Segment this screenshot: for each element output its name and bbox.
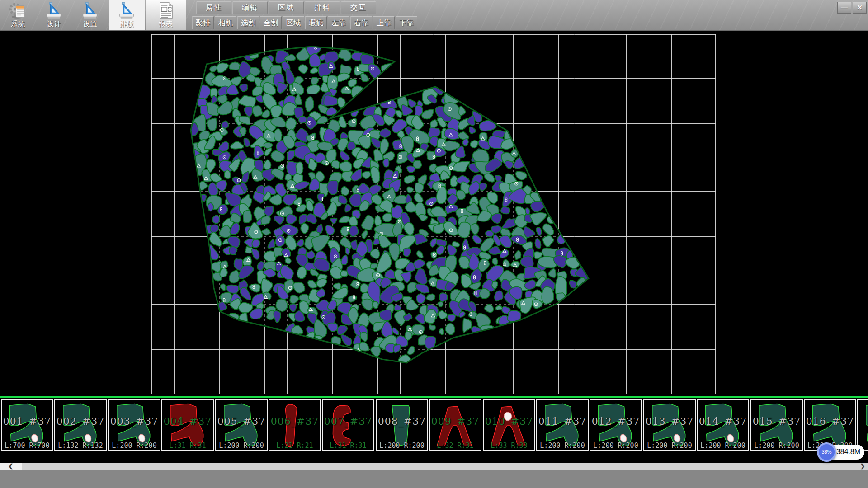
piece-thumbnail[interactable]: 003_#37L:200 R:200 [108, 399, 160, 451]
btn-defect[interactable]: 瑕疵 [305, 16, 327, 29]
system-icon [0, 1, 36, 20]
btn-camera[interactable]: 相机 [215, 16, 236, 29]
piece-thumbnail[interactable]: 004_#37L:31 R:31 [161, 399, 214, 451]
piece-id-label: 012_#37 [590, 416, 641, 427]
minimize-button[interactable]: — [837, 2, 851, 14]
piece-id-label: 009_#37 [430, 416, 481, 427]
piece-lr-count: L:31 R:31 [162, 441, 213, 450]
piece-id-label: 016_#37 [805, 416, 855, 427]
btn-align-bottom[interactable]: 下靠 [396, 16, 417, 29]
piece-lr-count: L:200 R:200 [537, 441, 588, 450]
piece-id-label: 006_#37 [269, 416, 320, 427]
piece-id-label: 008_#37 [377, 416, 427, 427]
piece-lr-count: L:33 R:33 [484, 441, 534, 450]
piece-thumbnail[interactable]: 013_#37L:200 R:200 [643, 399, 696, 451]
piece-thumbnail[interactable]: 011_#37L:200 R:200 [536, 399, 589, 451]
tab-system[interactable]: 系统 [0, 0, 36, 30]
menu-edit[interactable]: 编辑 [232, 1, 268, 14]
memory-usage-value: 384.8M [836, 448, 860, 456]
tab-report[interactable]: 报表 [146, 0, 186, 30]
btn-cluster-nest[interactable]: 聚排 [192, 16, 214, 29]
piece-thumbnail[interactable]: 001_#37L:700 R:700 [1, 399, 53, 451]
tab-settings-label: 设置 [73, 20, 108, 28]
btn-align-right[interactable]: 右靠 [350, 16, 372, 29]
piece-thumbnail[interactable]: 0L:2 [857, 399, 868, 451]
piece-id-label: 005_#37 [216, 416, 267, 427]
piece-lr-count: L:200 R:200 [698, 441, 748, 450]
piece-id-label: 007_#37 [323, 416, 373, 427]
piece-thumbnail[interactable]: 008_#37L:200 R:200 [376, 399, 428, 451]
btn-select-cut[interactable]: 选割 [237, 16, 259, 29]
piece-lr-count: L:200 R:200 [216, 441, 267, 450]
menu-region[interactable]: 区域 [269, 1, 304, 14]
report-icon [146, 1, 186, 20]
piece-lr-count: L:32 R:31 [430, 441, 481, 450]
tab-design[interactable]: 设计 [37, 0, 72, 30]
menu-interaction[interactable]: 交互 [341, 1, 376, 14]
tab-report-label: 报表 [146, 20, 186, 28]
piece-lr-count: L:200 R:200 [751, 441, 802, 450]
ruler-icon [37, 1, 72, 20]
scroll-left-arrow-icon[interactable]: ❮ [0, 463, 22, 470]
titlebar-toolbar: 系统设计设置排版报表 属性编辑区域排料交互 聚排相机选割全割区域瑕疵左靠右靠上靠… [0, 0, 868, 31]
piece-lr-count: L:31 R:31 [323, 441, 373, 450]
piece-id-label: 001_#37 [2, 416, 52, 427]
tab-layout[interactable]: 排版 [109, 0, 145, 30]
progress-percent-badge[interactable]: 38% [817, 442, 836, 462]
tab-system-label: 系统 [0, 20, 36, 28]
piece-lr-count: L:132 R:132 [55, 441, 106, 450]
horizontal-scrollbar[interactable]: ❮ ❯ [0, 463, 868, 470]
tab-design-label: 设计 [37, 20, 72, 28]
menu-properties[interactable]: 属性 [196, 1, 231, 14]
piece-id-label: 011_#37 [537, 416, 588, 427]
piece-id-label: 015_#37 [751, 416, 802, 427]
piece-id-label: 004_#37 [162, 416, 213, 427]
tab-settings[interactable]: 设置 [73, 0, 108, 30]
piece-thumbnail[interactable]: 014_#37L:200 R:200 [697, 399, 749, 451]
piece-thumbnail[interactable]: 005_#37L:200 R:200 [215, 399, 268, 451]
close-button[interactable]: ✕ [853, 2, 867, 14]
piece-lr-count: L:200 R:200 [109, 441, 160, 450]
piece-lr-count: L:200 R:200 [644, 441, 695, 450]
piece-lr-count: L:200 R:200 [377, 441, 427, 450]
status-bar [0, 470, 868, 488]
btn-align-left[interactable]: 左靠 [328, 16, 349, 29]
piece-id-label: 0 [858, 416, 868, 427]
piece-thumbnail[interactable]: 002_#37L:132 R:132 [54, 399, 107, 451]
app-window: { "window": {"minimize": "—", "close": "… [0, 0, 868, 488]
btn-cut-all[interactable]: 全割 [260, 16, 282, 29]
menu-nesting[interactable]: 排料 [305, 1, 340, 14]
nesting-canvas[interactable] [151, 34, 716, 394]
piece-thumbnail[interactable]: 009_#37L:32 R:31 [429, 399, 481, 451]
piece-thumbnail[interactable]: 006_#37L:21 R:21 [269, 399, 321, 451]
piece-thumbnail[interactable]: 010_#37L:33 R:33 [483, 399, 535, 451]
piece-id-label: 014_#37 [698, 416, 748, 427]
ruler-icon [73, 1, 108, 20]
piece-lr-count: L:21 R:21 [269, 441, 320, 450]
scroll-right-arrow-icon[interactable]: ❯ [858, 463, 868, 470]
btn-region[interactable]: 区域 [283, 16, 304, 29]
piece-id-label: 013_#37 [644, 416, 695, 427]
ruler-icon [109, 1, 145, 20]
piece-lr-count: L:700 R:700 [2, 441, 52, 450]
tab-layout-label: 排版 [109, 20, 145, 28]
piece-thumbnail[interactable]: 012_#37L:200 R:200 [590, 399, 642, 451]
piece-thumbnail[interactable]: 007_#37L:31 R:31 [322, 399, 374, 451]
piece-lr-count: L:200 R:200 [590, 441, 641, 450]
piece-id-label: 010_#37 [484, 416, 534, 427]
piece-thumbnail-strip: 001_#37L:700 R:700002_#37L:132 R:132003_… [0, 394, 868, 463]
strip-top-divider [0, 396, 868, 398]
btn-align-top[interactable]: 上靠 [373, 16, 395, 29]
piece-id-label: 002_#37 [55, 416, 106, 427]
piece-thumbnail[interactable]: 015_#37L:200 R:200 [750, 399, 803, 451]
piece-id-label: 003_#37 [109, 416, 160, 427]
